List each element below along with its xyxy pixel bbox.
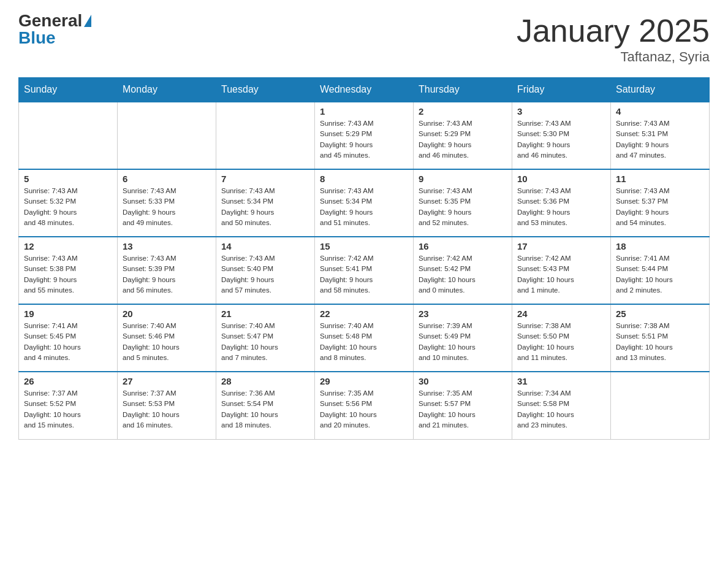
location-text: Taftanaz, Syria — [517, 49, 710, 65]
day-info: Sunrise: 7:35 AM Sunset: 5:56 PM Dayligh… — [320, 388, 408, 431]
weekday-header-saturday: Saturday — [611, 78, 710, 102]
calendar-cell: 1Sunrise: 7:43 AM Sunset: 5:29 PM Daylig… — [315, 102, 414, 169]
day-info: Sunrise: 7:43 AM Sunset: 5:31 PM Dayligh… — [616, 118, 704, 161]
day-number: 3 — [517, 106, 605, 117]
week-row-2: 5Sunrise: 7:43 AM Sunset: 5:32 PM Daylig… — [19, 169, 710, 237]
day-number: 9 — [419, 174, 507, 184]
weekday-header-wednesday: Wednesday — [315, 78, 414, 102]
day-info: Sunrise: 7:42 AM Sunset: 5:42 PM Dayligh… — [419, 253, 507, 296]
day-info: Sunrise: 7:43 AM Sunset: 5:38 PM Dayligh… — [24, 253, 112, 296]
day-number: 7 — [221, 174, 309, 184]
day-number: 2 — [419, 106, 507, 117]
day-number: 18 — [616, 241, 704, 251]
day-number: 31 — [517, 376, 605, 386]
day-number: 1 — [320, 106, 408, 117]
calendar-cell: 3Sunrise: 7:43 AM Sunset: 5:30 PM Daylig… — [512, 102, 611, 169]
calendar-cell: 7Sunrise: 7:43 AM Sunset: 5:34 PM Daylig… — [216, 169, 315, 237]
calendar-cell: 15Sunrise: 7:42 AM Sunset: 5:41 PM Dayli… — [315, 237, 414, 304]
calendar-cell: 10Sunrise: 7:43 AM Sunset: 5:36 PM Dayli… — [512, 169, 611, 237]
day-number: 6 — [123, 174, 211, 184]
day-info: Sunrise: 7:43 AM Sunset: 5:39 PM Dayligh… — [123, 253, 211, 296]
day-number: 11 — [616, 174, 704, 184]
calendar-cell: 30Sunrise: 7:35 AM Sunset: 5:57 PM Dayli… — [414, 372, 512, 439]
day-number: 10 — [517, 174, 605, 184]
logo-blue-row: Blue — [18, 29, 56, 47]
calendar-table: SundayMondayTuesdayWednesdayThursdayFrid… — [18, 77, 710, 440]
month-title: January 2025 — [517, 12, 710, 49]
week-row-3: 12Sunrise: 7:43 AM Sunset: 5:38 PM Dayli… — [19, 237, 710, 304]
calendar-cell: 16Sunrise: 7:42 AM Sunset: 5:42 PM Dayli… — [414, 237, 512, 304]
day-info: Sunrise: 7:38 AM Sunset: 5:51 PM Dayligh… — [616, 321, 704, 363]
calendar-cell: 23Sunrise: 7:39 AM Sunset: 5:49 PM Dayli… — [414, 304, 512, 372]
day-info: Sunrise: 7:38 AM Sunset: 5:50 PM Dayligh… — [517, 321, 605, 363]
day-info: Sunrise: 7:41 AM Sunset: 5:44 PM Dayligh… — [616, 253, 704, 296]
week-row-4: 19Sunrise: 7:41 AM Sunset: 5:45 PM Dayli… — [19, 304, 710, 372]
day-info: Sunrise: 7:36 AM Sunset: 5:54 PM Dayligh… — [221, 388, 309, 431]
day-info: Sunrise: 7:42 AM Sunset: 5:41 PM Dayligh… — [320, 253, 408, 296]
calendar-cell: 2Sunrise: 7:43 AM Sunset: 5:29 PM Daylig… — [414, 102, 512, 169]
day-number: 20 — [123, 308, 211, 319]
week-row-5: 26Sunrise: 7:37 AM Sunset: 5:52 PM Dayli… — [19, 372, 710, 439]
weekday-header-sunday: Sunday — [19, 78, 118, 102]
calendar-cell: 8Sunrise: 7:43 AM Sunset: 5:34 PM Daylig… — [315, 169, 414, 237]
calendar-cell: 27Sunrise: 7:37 AM Sunset: 5:53 PM Dayli… — [118, 372, 216, 439]
weekday-header-tuesday: Tuesday — [216, 78, 315, 102]
day-number: 30 — [419, 376, 507, 386]
day-number: 8 — [320, 174, 408, 184]
day-number: 16 — [419, 241, 507, 251]
day-number: 13 — [123, 241, 211, 251]
day-number: 28 — [221, 376, 309, 386]
calendar-cell: 26Sunrise: 7:37 AM Sunset: 5:52 PM Dayli… — [19, 372, 118, 439]
day-number: 19 — [24, 308, 112, 319]
day-number: 23 — [419, 308, 507, 319]
calendar-cell — [611, 372, 710, 439]
day-info: Sunrise: 7:37 AM Sunset: 5:52 PM Dayligh… — [24, 388, 112, 431]
logo-blue-text: Blue — [18, 28, 56, 47]
calendar-cell: 5Sunrise: 7:43 AM Sunset: 5:32 PM Daylig… — [19, 169, 118, 237]
day-info: Sunrise: 7:43 AM Sunset: 5:34 PM Dayligh… — [320, 186, 408, 228]
day-info: Sunrise: 7:43 AM Sunset: 5:30 PM Dayligh… — [517, 118, 605, 161]
day-info: Sunrise: 7:40 AM Sunset: 5:46 PM Dayligh… — [123, 321, 211, 363]
day-number: 12 — [24, 241, 112, 251]
logo-top-row: General — [18, 12, 91, 29]
calendar-cell: 28Sunrise: 7:36 AM Sunset: 5:54 PM Dayli… — [216, 372, 315, 439]
day-info: Sunrise: 7:43 AM Sunset: 5:40 PM Dayligh… — [221, 253, 309, 296]
weekday-header-row: SundayMondayTuesdayWednesdayThursdayFrid… — [19, 78, 710, 102]
day-info: Sunrise: 7:43 AM Sunset: 5:29 PM Dayligh… — [419, 118, 507, 161]
day-info: Sunrise: 7:43 AM Sunset: 5:29 PM Dayligh… — [320, 118, 408, 161]
calendar-cell: 18Sunrise: 7:41 AM Sunset: 5:44 PM Dayli… — [611, 237, 710, 304]
day-number: 26 — [24, 376, 112, 386]
calendar-cell: 29Sunrise: 7:35 AM Sunset: 5:56 PM Dayli… — [315, 372, 414, 439]
day-number: 4 — [616, 106, 704, 117]
calendar-cell — [118, 102, 216, 169]
calendar-cell: 17Sunrise: 7:42 AM Sunset: 5:43 PM Dayli… — [512, 237, 611, 304]
day-info: Sunrise: 7:42 AM Sunset: 5:43 PM Dayligh… — [517, 253, 605, 296]
week-row-1: 1Sunrise: 7:43 AM Sunset: 5:29 PM Daylig… — [19, 102, 710, 169]
calendar-cell: 14Sunrise: 7:43 AM Sunset: 5:40 PM Dayli… — [216, 237, 315, 304]
calendar-cell: 24Sunrise: 7:38 AM Sunset: 5:50 PM Dayli… — [512, 304, 611, 372]
day-info: Sunrise: 7:35 AM Sunset: 5:57 PM Dayligh… — [419, 388, 507, 431]
calendar-cell: 21Sunrise: 7:40 AM Sunset: 5:47 PM Dayli… — [216, 304, 315, 372]
calendar-cell: 19Sunrise: 7:41 AM Sunset: 5:45 PM Dayli… — [19, 304, 118, 372]
day-number: 5 — [24, 174, 112, 184]
logo: General Blue — [18, 12, 91, 47]
day-number: 15 — [320, 241, 408, 251]
calendar-cell: 4Sunrise: 7:43 AM Sunset: 5:31 PM Daylig… — [611, 102, 710, 169]
day-number: 27 — [123, 376, 211, 386]
day-number: 22 — [320, 308, 408, 319]
calendar-cell: 13Sunrise: 7:43 AM Sunset: 5:39 PM Dayli… — [118, 237, 216, 304]
calendar-cell — [19, 102, 118, 169]
day-info: Sunrise: 7:43 AM Sunset: 5:37 PM Dayligh… — [616, 186, 704, 228]
day-info: Sunrise: 7:40 AM Sunset: 5:48 PM Dayligh… — [320, 321, 408, 363]
day-info: Sunrise: 7:41 AM Sunset: 5:45 PM Dayligh… — [24, 321, 112, 363]
day-number: 24 — [517, 308, 605, 319]
weekday-header-monday: Monday — [118, 78, 216, 102]
day-info: Sunrise: 7:43 AM Sunset: 5:35 PM Dayligh… — [419, 186, 507, 228]
day-info: Sunrise: 7:40 AM Sunset: 5:47 PM Dayligh… — [221, 321, 309, 363]
day-info: Sunrise: 7:43 AM Sunset: 5:33 PM Dayligh… — [123, 186, 211, 228]
calendar-cell — [216, 102, 315, 169]
calendar-cell: 6Sunrise: 7:43 AM Sunset: 5:33 PM Daylig… — [118, 169, 216, 237]
day-info: Sunrise: 7:34 AM Sunset: 5:58 PM Dayligh… — [517, 388, 605, 431]
calendar-cell: 20Sunrise: 7:40 AM Sunset: 5:46 PM Dayli… — [118, 304, 216, 372]
day-info: Sunrise: 7:43 AM Sunset: 5:36 PM Dayligh… — [517, 186, 605, 228]
